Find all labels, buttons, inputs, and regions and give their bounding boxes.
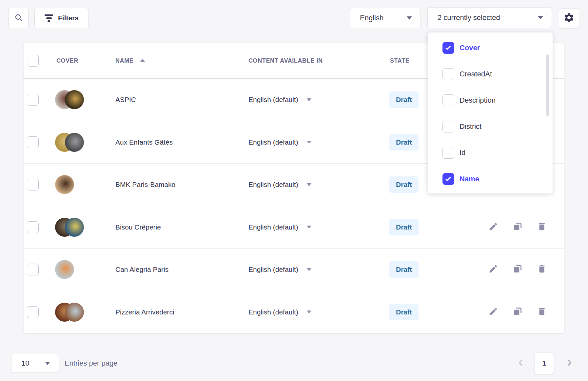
chevron-down-icon (407, 16, 412, 20)
header-name-label: NAME (115, 57, 133, 64)
column-option-label: Name (460, 175, 479, 183)
columns-dropdown: Cover CreatedAt Description District Id … (428, 32, 553, 193)
column-option[interactable]: District (428, 113, 553, 140)
pencil-icon (488, 264, 498, 275)
header-content-available-in: CONTENT AVAILABLE IN (248, 57, 323, 64)
pencil-icon (488, 222, 498, 233)
filters-button[interactable]: Filters (34, 8, 89, 28)
row-checkbox[interactable] (27, 264, 39, 275)
status-badge: Draft (389, 261, 419, 278)
column-option[interactable]: Name (428, 166, 553, 192)
locale-select[interactable]: English (350, 8, 421, 28)
row-locale-dropdown[interactable]: English (default) (248, 96, 311, 104)
locale-select-value: English (360, 14, 383, 22)
page-number-button[interactable]: 1 (535, 353, 554, 374)
column-checkbox[interactable] (442, 147, 454, 159)
cover-photo (65, 90, 84, 109)
duplicate-icon (513, 307, 522, 318)
row-checkbox[interactable] (27, 179, 39, 190)
cover-photo (65, 303, 84, 322)
cover-avatars (55, 260, 74, 279)
search-icon (14, 13, 23, 23)
cover-avatars (55, 90, 84, 109)
duplicate-button[interactable] (512, 264, 523, 275)
table-row[interactable]: Bisou Crêperie English (default) Draft (24, 206, 564, 249)
columns-dropdown-list: Cover CreatedAt Description District Id … (428, 35, 553, 192)
delete-button[interactable] (537, 264, 547, 275)
row-locale-dropdown[interactable]: English (default) (248, 266, 311, 273)
filters-label: Filters (58, 14, 79, 22)
next-page-button[interactable] (565, 358, 574, 368)
filter-icon (45, 14, 53, 22)
row-locale-dropdown[interactable]: English (default) (248, 308, 311, 316)
status-badge: Draft (389, 219, 419, 235)
row-locale-dropdown[interactable]: English (default) (248, 223, 311, 231)
delete-button[interactable] (537, 222, 547, 232)
header-state: STATE (390, 57, 409, 64)
trash-icon (537, 307, 547, 318)
edit-button[interactable] (488, 307, 499, 317)
row-locale-dropdown[interactable]: English (default) (248, 138, 311, 146)
column-checkbox[interactable] (442, 173, 454, 185)
column-option-label: CreatedAt (460, 70, 492, 78)
status-badge: Draft (389, 91, 419, 108)
row-checkbox[interactable] (27, 94, 39, 106)
row-checkbox[interactable] (27, 306, 39, 318)
chevron-down-icon (307, 141, 311, 144)
column-option[interactable]: Cover (428, 35, 553, 61)
previous-page-button[interactable] (517, 358, 525, 368)
column-option[interactable]: Id (428, 140, 553, 166)
entry-name: Can Alegria Paris (115, 266, 168, 273)
pencil-icon (488, 307, 498, 318)
cover-photo (65, 218, 84, 237)
table-row[interactable]: Can Alegria Paris English (default) Draf… (24, 248, 564, 291)
table-row[interactable]: Pizzeria Arrivederci English (default) D… (24, 291, 564, 333)
cover-photo (65, 133, 84, 152)
cover-avatars (55, 175, 74, 194)
header-name[interactable]: NAME (115, 57, 145, 64)
column-option[interactable]: CreatedAt (428, 61, 553, 87)
duplicate-icon (513, 222, 522, 233)
chevron-down-icon (45, 362, 50, 365)
duplicate-button[interactable] (512, 307, 523, 317)
column-option[interactable]: Description (428, 87, 553, 113)
checkmark-icon (445, 44, 451, 50)
edit-button[interactable] (488, 222, 499, 232)
settings-button[interactable] (559, 8, 579, 29)
chevron-down-icon (538, 16, 543, 19)
duplicate-button[interactable] (512, 222, 523, 232)
row-actions (488, 222, 547, 232)
duplicate-icon (513, 264, 522, 275)
column-checkbox[interactable] (442, 94, 454, 106)
row-locale-value: English (default) (248, 181, 298, 189)
checkmark-icon (445, 175, 451, 181)
columns-select-value: 2 currently selected (438, 13, 500, 22)
row-locale-dropdown[interactable]: English (default) (248, 181, 311, 189)
column-checkbox[interactable] (442, 121, 454, 132)
chevron-down-icon (307, 183, 311, 186)
row-checkbox[interactable] (27, 136, 39, 148)
select-all-checkbox[interactable] (27, 55, 39, 67)
header-cover: COVER (56, 57, 78, 64)
dropdown-scrollbar[interactable] (546, 54, 549, 116)
column-checkbox[interactable] (442, 68, 454, 80)
chevron-down-icon (307, 98, 311, 101)
column-option-label: District (460, 122, 481, 131)
trash-icon (537, 222, 547, 233)
search-button[interactable] (8, 8, 29, 28)
column-option-label: Cover (460, 44, 480, 52)
chevron-left-icon (517, 362, 525, 368)
chevron-down-icon (307, 311, 311, 313)
column-option-label: Description (460, 96, 496, 105)
entry-name: Bisou Crêperie (115, 223, 161, 231)
page-size-select[interactable]: 10 (11, 354, 59, 373)
cover-avatars (55, 218, 84, 237)
columns-select[interactable]: 2 currently selected (427, 7, 552, 28)
row-checkbox[interactable] (27, 221, 39, 233)
status-badge: Draft (389, 176, 419, 193)
column-checkbox[interactable] (442, 42, 454, 54)
delete-button[interactable] (537, 307, 547, 317)
cover-photo (55, 175, 74, 194)
edit-button[interactable] (488, 264, 499, 275)
row-locale-value: English (default) (248, 308, 298, 316)
